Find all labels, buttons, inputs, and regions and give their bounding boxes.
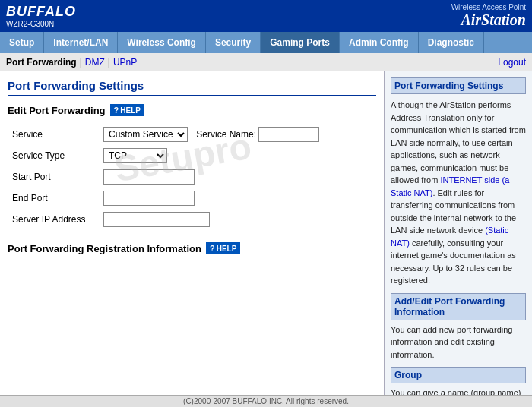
tab-gaming-ports[interactable]: Gaming Ports [261, 32, 340, 53]
table-row-end-port: End Port [8, 188, 327, 209]
end-port-label: End Port [8, 188, 99, 209]
reg-title: Port Forwarding Registration Information [8, 243, 201, 254]
footer-text: (C)2000-2007 BUFFALO INC. All rights res… [183, 397, 349, 405]
subnav-sep1: | [80, 57, 82, 68]
server-ip-input[interactable] [103, 212, 210, 227]
service-cell: Custom Service Service Name: [99, 124, 327, 145]
start-port-input[interactable] [103, 169, 195, 185]
tab-security[interactable]: Security [206, 32, 261, 53]
edit-title: Edit Port Forwarding [8, 105, 106, 116]
logout-button[interactable]: Logout [498, 57, 526, 68]
question-icon-2: ? [210, 244, 215, 253]
server-ip-label: Server IP Address [8, 209, 99, 230]
sub-nav-links: Port Forwarding | DMZ | UPnP [6, 57, 137, 68]
subnav-port-forwarding[interactable]: Port Forwarding [6, 57, 77, 68]
table-row-start-port: Start Port [8, 166, 327, 188]
service-name-input[interactable] [258, 127, 319, 142]
service-type-cell: TCP UDP TCP&UDP [99, 145, 327, 166]
subnav-dmz[interactable]: DMZ [85, 57, 105, 68]
logo-area: BUFFALO WZR2-G300N [6, 4, 76, 28]
main-layout: Port Forwarding Settings Edit Port Forwa… [0, 71, 532, 407]
end-port-input[interactable] [103, 191, 195, 206]
right-section1-title: Port Forwarding Settings [391, 77, 526, 94]
edit-title-row: Edit Port Forwarding ? HELP [8, 104, 376, 116]
right-section2-title: Add/Edit Port Forwarding Information [391, 293, 526, 320]
server-ip-cell [99, 209, 327, 230]
right-section1-text: Although the AirStation performs Address… [391, 99, 526, 287]
start-port-cell [99, 166, 327, 188]
edit-help-button[interactable]: ? HELP [110, 104, 144, 116]
tab-diagnostic[interactable]: Diagnostic [419, 32, 484, 53]
table-row-service: Service Custom Service Service Name: [8, 124, 327, 145]
model-text: WZR2-G300N [6, 20, 76, 28]
reg-section: Port Forwarding Registration Information… [8, 242, 376, 254]
left-panel: Port Forwarding Settings Edit Port Forwa… [0, 71, 384, 407]
subnav-sep2: | [108, 57, 110, 68]
page-title: Port Forwarding Settings [8, 79, 376, 96]
service-dropdown[interactable]: Custom Service [103, 127, 188, 142]
airstation-text: AirStation [451, 11, 526, 29]
reg-help-label: HELP [217, 245, 237, 253]
question-icon: ? [114, 106, 119, 115]
reg-help-button[interactable]: ? HELP [206, 242, 240, 254]
tab-internet-lan[interactable]: Internet/LAN [44, 32, 118, 53]
header: BUFFALO WZR2-G300N Wireless Access Point… [0, 0, 532, 32]
edit-form-table: Service Custom Service Service Name: Ser… [8, 124, 327, 230]
wireless-ap-text: Wireless Access Point [451, 3, 526, 11]
end-port-cell [99, 188, 327, 209]
static-nat-link[interactable]: (Static NAT) [391, 226, 508, 248]
service-label: Service [8, 124, 99, 145]
subnav-upnp[interactable]: UPnP [113, 57, 137, 68]
right-section2-text: You can add new port forwarding informat… [391, 323, 526, 361]
start-port-label: Start Port [8, 166, 99, 188]
table-row-server-ip: Server IP Address [8, 209, 327, 230]
right-section3-title: Group [391, 367, 526, 383]
nav-tabs: Setup Internet/LAN Wireless Config Secur… [0, 32, 532, 53]
sub-nav: Port Forwarding | DMZ | UPnP Logout [0, 53, 532, 71]
brand-right: Wireless Access Point AirStation [451, 3, 526, 29]
tab-setup[interactable]: Setup [0, 32, 44, 53]
edit-help-label: HELP [120, 106, 141, 115]
tab-admin-config[interactable]: Admin Config [340, 32, 419, 53]
service-type-dropdown[interactable]: TCP UDP TCP&UDP [103, 148, 167, 163]
logo-text: BUFFALO [6, 4, 76, 20]
edit-section: Edit Port Forwarding ? HELP Service Cust… [8, 104, 376, 230]
footer: (C)2000-2007 BUFFALO INC. All rights res… [0, 395, 532, 407]
service-type-label: Service Type [8, 145, 99, 166]
service-name-label: Service Name: [196, 129, 256, 140]
table-row-service-type: Service Type TCP UDP TCP&UDP [8, 145, 327, 166]
right-panel: Port Forwarding Settings Although the Ai… [384, 71, 532, 407]
tab-wireless-config[interactable]: Wireless Config [118, 32, 206, 53]
internet-nat-link[interactable]: INTERNET side (a Static NAT) [391, 175, 509, 197]
reg-title-row: Port Forwarding Registration Information… [8, 242, 376, 254]
